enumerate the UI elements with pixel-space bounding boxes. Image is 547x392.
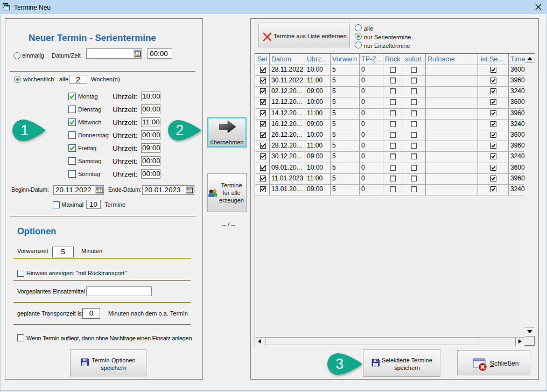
svg-text:2: 2 <box>176 122 184 138</box>
svg-text:3: 3 <box>335 356 343 372</box>
svg-text:1: 1 <box>20 122 29 138</box>
